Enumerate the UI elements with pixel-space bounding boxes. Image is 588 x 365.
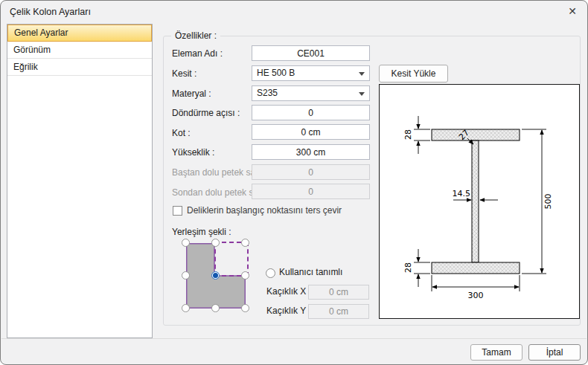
placement-radio-top-center[interactable] (211, 239, 220, 247)
dondurme-acisi-label: Döndürme açısı : (172, 106, 240, 121)
kesit-yukle-button[interactable]: Kesit Yükle (379, 65, 448, 83)
ters-cevir-checkbox[interactable] (173, 206, 182, 216)
dim-width-label: 300 (468, 291, 484, 300)
dim-web-label: 14.5 (453, 189, 471, 198)
sidebar-item-gorunum[interactable]: Görünüm (7, 42, 152, 59)
kullanici-tanimli-label: Kullanıcı tanımlı (279, 265, 342, 280)
placement-widget (183, 240, 250, 314)
ters-cevir-label: Deliklerin başlangıç noktasını ters çevi… (187, 203, 342, 219)
kesit-select[interactable]: HE 500 B (252, 65, 370, 81)
radio-dot (213, 273, 218, 278)
placement-radio-bottom-left[interactable] (182, 304, 190, 312)
dim-top-flange-label: 28 (403, 129, 413, 140)
bottom-flange (432, 262, 520, 274)
placement-radio-bottom-right[interactable] (241, 304, 249, 312)
dondurme-acisi-input[interactable] (252, 105, 370, 120)
ozellikler-group-title: Özellikler : (171, 30, 220, 41)
materyal-select[interactable]: S235 (252, 85, 370, 101)
kacilik-y-label: Kaçıklık Y : (266, 303, 311, 318)
sondan-petek-input (252, 184, 370, 199)
sidebar: Genel Ayarlar Görünüm Eğrilik (7, 24, 153, 338)
kot-input[interactable] (252, 124, 370, 140)
section-preview-drawing: 500 300 28 28 14.5 27 (380, 85, 579, 318)
kesit-selected-value: HE 500 B (257, 68, 295, 78)
sidebar-item-egrilik[interactable]: Eğrilik (7, 59, 152, 76)
celik-kolon-ayarlari-dialog: Çelik Kolon Ayarları ✕ Genel Ayarlar Gör… (0, 0, 588, 365)
iptal-button[interactable]: İptal (528, 344, 581, 361)
section-preview-panel: 500 300 28 28 14.5 27 (379, 84, 580, 319)
top-flange (432, 129, 520, 140)
yukseklik-label: Yükseklik : (172, 145, 214, 161)
placement-radio-center[interactable] (211, 271, 220, 280)
kacilik-y-input (308, 304, 369, 319)
tamam-button[interactable]: Tamam (470, 344, 523, 361)
window-title: Çelik Kolon Ayarları (10, 7, 91, 17)
materyal-selected-value: S235 (257, 88, 278, 98)
placement-radio-middle-left[interactable] (182, 271, 190, 280)
chevron-down-icon (359, 72, 365, 76)
kullanici-tanimli-radio[interactable] (266, 268, 275, 278)
placement-radio-top-left[interactable] (182, 239, 190, 247)
kesit-label: Kesit : (172, 66, 196, 82)
placement-radio-bottom-center[interactable] (211, 304, 220, 312)
dim-height-label: 500 (543, 194, 553, 210)
kacilik-x-label: Kaçıklık X : (266, 284, 311, 299)
eleman-adi-input[interactable] (252, 45, 370, 61)
chevron-down-icon (359, 92, 365, 96)
bastan-petek-input (252, 164, 370, 180)
placement-radio-middle-right[interactable] (241, 271, 249, 280)
placement-radio-top-right[interactable] (241, 239, 249, 247)
footer-separator (1, 338, 587, 339)
close-icon[interactable]: ✕ (568, 5, 577, 17)
web (472, 140, 479, 262)
sidebar-item-genel-ayarlar[interactable]: Genel Ayarlar (7, 25, 152, 42)
dim-bottom-flange-label: 28 (403, 262, 413, 273)
yerlesim-sekli-label: Yerleşim şekli : (172, 225, 231, 240)
kacilik-x-input (308, 285, 369, 300)
titlebar: Çelik Kolon Ayarları ✕ (1, 1, 587, 23)
materyal-label: Materyal : (172, 86, 211, 102)
yukseklik-input[interactable] (252, 144, 370, 160)
kot-label: Kot : (172, 126, 191, 141)
eleman-adi-label: Eleman Adı : (172, 46, 223, 62)
